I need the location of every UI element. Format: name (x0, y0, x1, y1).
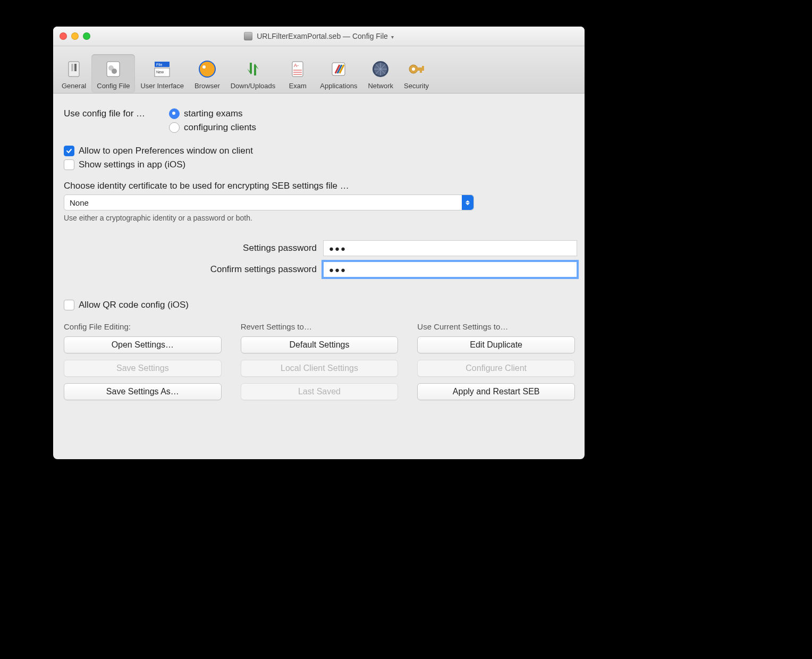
tab-config-file[interactable]: Config File (91, 54, 135, 93)
applications-icon (327, 57, 350, 81)
svg-rect-0 (69, 62, 79, 77)
down-uploads-icon (241, 57, 265, 81)
svg-rect-31 (422, 66, 424, 68)
local-client-settings-button[interactable]: Local Client Settings (241, 360, 399, 377)
svg-point-12 (202, 65, 206, 69)
tab-applications[interactable]: Applications (315, 54, 362, 93)
svg-text:A-: A- (294, 63, 299, 68)
tab-user-interface[interactable]: FileNew User Interface (135, 54, 189, 93)
zoom-window-icon[interactable] (83, 32, 90, 40)
window-title: URLFilterExamPortal.seb — Config File ▾ (257, 32, 394, 40)
general-icon (62, 57, 86, 81)
editing-title: Config File Editing: (64, 322, 221, 331)
tab-network[interactable]: Network (362, 54, 399, 93)
use-config-label: Use config file for … (64, 108, 169, 119)
titlebar: URLFilterExamPortal.seb — Config File ▾ (53, 27, 585, 46)
identity-certificate-select[interactable]: None (64, 195, 474, 210)
radio-starting-exams[interactable] (169, 108, 180, 119)
browser-icon (196, 57, 219, 81)
checkbox-show-settings-ios-label: Show settings in app (iOS) (79, 159, 185, 170)
identity-certificate-value: None (70, 198, 89, 207)
svg-text:New: New (156, 70, 164, 74)
revert-title: Revert Settings to… (241, 322, 397, 331)
network-icon (369, 57, 392, 81)
svg-point-29 (412, 67, 415, 71)
settings-password-input[interactable]: ●●● (323, 240, 577, 256)
open-settings-button[interactable]: Open Settings… (64, 336, 222, 353)
confirm-password-input[interactable]: ●●● (323, 261, 577, 277)
tab-browser[interactable]: Browser (189, 54, 225, 93)
checkbox-allow-qr-label: Allow QR code config (iOS) (79, 300, 189, 310)
preferences-toolbar: General Config File FileNew User Interfa… (53, 46, 585, 94)
exam-icon: A- (286, 57, 309, 81)
tab-exam[interactable]: A- Exam (281, 54, 315, 93)
apply-restart-button[interactable]: Apply and Restart SEB (417, 383, 575, 400)
security-icon (405, 57, 428, 81)
svg-rect-18 (332, 63, 345, 75)
svg-point-5 (112, 69, 117, 74)
svg-point-11 (200, 62, 215, 77)
save-settings-button[interactable]: Save Settings (64, 360, 222, 377)
save-settings-as-button[interactable]: Save Settings As… (64, 383, 222, 400)
config-file-pane: Use config file for … starting exams con… (53, 94, 585, 414)
preferences-window: URLFilterExamPortal.seb — Config File ▾ … (53, 27, 585, 459)
default-settings-button[interactable]: Default Settings (241, 336, 399, 353)
checkbox-allow-qr[interactable] (64, 300, 74, 310)
confirm-password-label: Confirm settings password (64, 264, 323, 275)
select-stepper-icon (462, 195, 473, 210)
svg-rect-2 (74, 64, 77, 71)
configure-client-button[interactable]: Configure Client (417, 360, 575, 377)
tab-general[interactable]: General (56, 54, 91, 93)
document-icon (244, 32, 252, 40)
settings-password-label: Settings password (64, 243, 323, 254)
svg-text:File: File (156, 63, 162, 66)
radio-configuring-clients[interactable] (169, 122, 180, 133)
config-file-icon (102, 57, 125, 81)
radio-starting-exams-label: starting exams (184, 108, 243, 119)
traffic-lights (60, 32, 90, 40)
cert-label: Choose identity certificate to be used f… (64, 181, 574, 191)
checkbox-allow-prefs-label: Allow to open Preferences window on clie… (79, 146, 253, 156)
checkbox-show-settings-ios[interactable] (64, 159, 74, 170)
minimize-window-icon[interactable] (71, 32, 79, 40)
svg-rect-32 (420, 71, 422, 73)
user-interface-icon: FileNew (150, 57, 174, 81)
title-dropdown-icon[interactable]: ▾ (391, 34, 394, 40)
cert-hint: Use either a cryptographic identity or a… (64, 214, 574, 222)
edit-duplicate-button[interactable]: Edit Duplicate (417, 336, 575, 353)
tab-security[interactable]: Security (399, 54, 434, 93)
close-window-icon[interactable] (60, 32, 67, 40)
last-saved-button[interactable]: Last Saved (241, 383, 399, 400)
svg-rect-1 (71, 64, 73, 71)
radio-configuring-clients-label: configuring clients (184, 122, 256, 133)
tab-down-uploads[interactable]: Down/Uploads (225, 54, 281, 93)
use-title: Use Current Settings to… (417, 322, 574, 331)
checkbox-allow-prefs[interactable] (64, 146, 74, 156)
